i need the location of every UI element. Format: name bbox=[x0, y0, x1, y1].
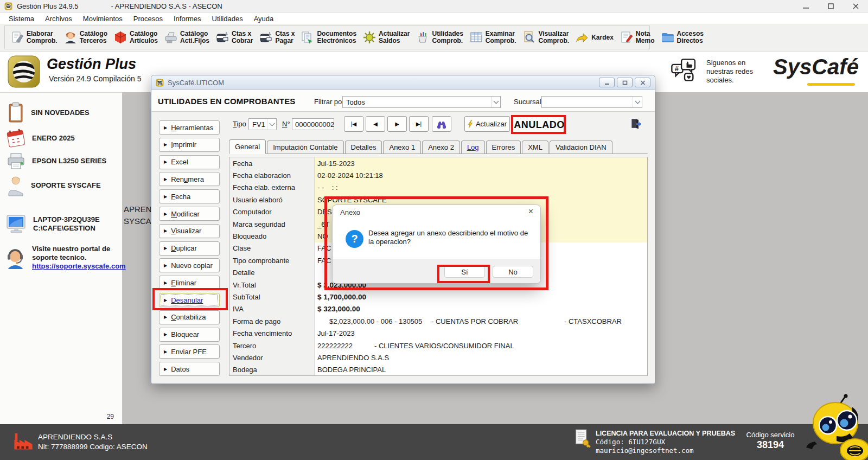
headset-agent-icon bbox=[5, 246, 27, 269]
visualizar-button[interactable]: ▶Visualizar bbox=[159, 224, 220, 238]
side-button-label: Datos bbox=[171, 365, 189, 373]
maximize-icon[interactable] bbox=[818, 0, 843, 12]
datos-button[interactable]: ▶Datos bbox=[159, 362, 220, 376]
toolbar-elaborar-comprob-button[interactable]: ElaborarComprob. bbox=[10, 27, 58, 48]
toolbar-ctas-x-cobrar-button[interactable]: Ctas xCobrar bbox=[215, 27, 253, 48]
menu-item-ayuda[interactable]: Ayuda bbox=[248, 15, 279, 23]
field-label: Bloqueado bbox=[229, 230, 315, 242]
toolbar-ctas-x-pagar-button[interactable]: Ctas xPagar bbox=[259, 27, 295, 48]
triangle-right-icon: ▶ bbox=[164, 349, 167, 354]
next-record-button[interactable]: ▶ bbox=[387, 116, 407, 132]
field-label: Tercero bbox=[229, 340, 315, 352]
field-value: Jul-17-2023 bbox=[315, 328, 647, 340]
exit-door-icon[interactable] bbox=[630, 118, 642, 130]
nuevo-copiar-button[interactable]: ▶Nuevo copiar bbox=[159, 258, 220, 272]
renumera-button[interactable]: ▶Renumera bbox=[159, 172, 220, 186]
branch-combobox[interactable] bbox=[541, 96, 642, 108]
toolbar-accesos-directos-button[interactable]: AccesosDirectos bbox=[661, 27, 704, 48]
menu-item-movimientos[interactable]: Movimientos bbox=[78, 15, 128, 23]
footer-license-email: mauricio@ingesoftnet.com bbox=[596, 446, 735, 455]
chevron-down-icon[interactable] bbox=[267, 119, 276, 130]
field-label: Fecha bbox=[229, 157, 315, 169]
window-restore-icon[interactable] bbox=[617, 78, 633, 87]
support-user-icon bbox=[5, 174, 26, 197]
toolbar-visualizar-comprob-button[interactable]: VisualizarComprob. bbox=[522, 27, 570, 48]
tab-validacion-dian[interactable]: Validacion DIAN bbox=[550, 140, 612, 154]
chevron-down-icon[interactable] bbox=[491, 97, 500, 107]
tab-imputaci-n-contable[interactable]: Imputación Contable bbox=[267, 140, 343, 154]
toolbar-kardex-button[interactable]: Kardex bbox=[575, 27, 614, 48]
window-close-icon[interactable] bbox=[635, 78, 650, 87]
tab-anexo-2[interactable]: Anexo 2 bbox=[422, 140, 460, 154]
fecha-button[interactable]: ▶Fecha bbox=[159, 189, 220, 203]
side-button-label: Modificar bbox=[171, 210, 200, 218]
side-button-label: Contabiliza bbox=[171, 313, 206, 321]
window-title-bar[interactable]: SysCafé.UTICOM bbox=[151, 75, 655, 90]
filter-combobox[interactable]: Todos bbox=[342, 96, 501, 108]
no-button[interactable]: No bbox=[493, 266, 533, 278]
minimize-icon[interactable] bbox=[793, 0, 818, 12]
yes-button[interactable]: Sí bbox=[444, 266, 485, 278]
menu-item-procesos[interactable]: Procesos bbox=[128, 15, 168, 23]
menu-item-archivos[interactable]: Archivos bbox=[40, 15, 78, 23]
enviar-pfe-button[interactable]: ▶Enviar PFE bbox=[159, 344, 220, 359]
tab-anexo-1[interactable]: Anexo 1 bbox=[383, 140, 421, 154]
desanular-button[interactable]: ▶Desanular bbox=[159, 293, 220, 307]
toolbar-utilidades-comprob-button[interactable]: UtilidadesComprob. bbox=[416, 27, 463, 48]
side-button-label: Renumera bbox=[171, 175, 204, 183]
form-row-iva: IVA$ 323,000.00 bbox=[229, 303, 647, 315]
toolbar-nota-memo-button[interactable]: NotaMemo bbox=[620, 27, 655, 48]
excel-button[interactable]: ▶Excel bbox=[159, 155, 220, 169]
bloquear-button[interactable]: ▶Bloquear bbox=[159, 328, 220, 342]
imprimir-button[interactable]: ▶Imprimir bbox=[159, 138, 220, 152]
side-button-label: Duplicar bbox=[171, 244, 197, 252]
tab-errores[interactable]: Errores bbox=[486, 140, 521, 154]
window-minimize-icon[interactable] bbox=[599, 78, 615, 87]
license-document-icon bbox=[574, 429, 591, 448]
toolbar-catalogo-actifijos-button[interactable]: CatálogoActi.Fijos bbox=[164, 27, 209, 48]
support-portal-link[interactable]: https://soporte.syscafe.com bbox=[32, 262, 126, 271]
toolbar-catalogo-terceros-button[interactable]: CatálogoTerceros bbox=[63, 27, 107, 48]
menu-item-informes[interactable]: Informes bbox=[168, 15, 207, 23]
footer-company-block: APRENDIENDO S.A.S Nit: 777888999 Codigo:… bbox=[38, 432, 148, 452]
toolbar-catalogo-articulos-button[interactable]: CatálogoArtículos bbox=[113, 27, 158, 48]
field-value: $ 1,700,000.00 bbox=[315, 291, 647, 303]
menu-item-utilidades[interactable]: Utilidades bbox=[207, 15, 248, 23]
first-record-button[interactable]: |◀ bbox=[344, 116, 363, 132]
toolbar-examinar-comprob-button[interactable]: ExaminarComprob. bbox=[469, 27, 516, 48]
form-row-fecha-elaboracion: Fecha elaboracion02-02-2024 10:21:18 bbox=[229, 169, 647, 181]
dialog-close-icon[interactable]: × bbox=[528, 207, 533, 216]
toolbar-actualizar-saldos-button[interactable]: ActualizarSaldos bbox=[362, 27, 410, 48]
modificar-button[interactable]: ▶Modificar bbox=[159, 207, 220, 221]
contabiliza-button[interactable]: ▶Contabiliza bbox=[159, 310, 220, 324]
herramientas-button[interactable]: ▶Herramientas bbox=[159, 120, 220, 135]
chevron-down-icon[interactable] bbox=[633, 97, 642, 107]
tipo-combobox[interactable]: FV1 bbox=[248, 118, 277, 130]
duplicar-button[interactable]: ▶Duplicar bbox=[159, 241, 220, 255]
tab-general[interactable]: General bbox=[229, 139, 266, 154]
social-text: Siguenos en nuestras redes sociales. bbox=[706, 59, 753, 85]
toolbar-documentos-electronicos-button[interactable]: DocumentosElectrónicos bbox=[301, 27, 356, 48]
side-button-label: Herramientas bbox=[171, 124, 213, 132]
previous-record-button[interactable]: ◀ bbox=[366, 116, 385, 132]
sidebar-item-epson-l3250-series: EPSON L3250 SERIES bbox=[5, 151, 106, 171]
triangle-right-icon: ▶ bbox=[164, 142, 167, 147]
numero-input[interactable]: 0000000002 bbox=[292, 118, 334, 130]
last-record-button[interactable]: ▶| bbox=[409, 116, 429, 132]
sidebar-item-label: Visite nuestro portal desoporte tecnico.… bbox=[32, 245, 126, 271]
menu-item-sistema[interactable]: Sistema bbox=[3, 15, 40, 23]
search-binoculars-button[interactable] bbox=[432, 116, 451, 132]
field-label: Vr.Total bbox=[229, 279, 315, 291]
svg-text:#: # bbox=[675, 65, 679, 73]
close-icon[interactable] bbox=[843, 0, 868, 12]
side-button-label: Nuevo copiar bbox=[171, 261, 213, 270]
tab-xml[interactable]: XML bbox=[522, 140, 548, 154]
tab-detalles[interactable]: Detalles bbox=[345, 140, 382, 154]
app-logo-icon bbox=[4, 2, 12, 10]
service-code-value: 38194 bbox=[730, 439, 811, 451]
tab-log[interactable]: Log bbox=[461, 140, 485, 154]
eliminar-button[interactable]: ▶Eliminar bbox=[159, 276, 220, 290]
field-label: Vendedor bbox=[229, 352, 315, 363]
field-label: Fecha vencimiento bbox=[229, 328, 315, 340]
actualizar-button[interactable]: Actualizar bbox=[464, 116, 510, 132]
